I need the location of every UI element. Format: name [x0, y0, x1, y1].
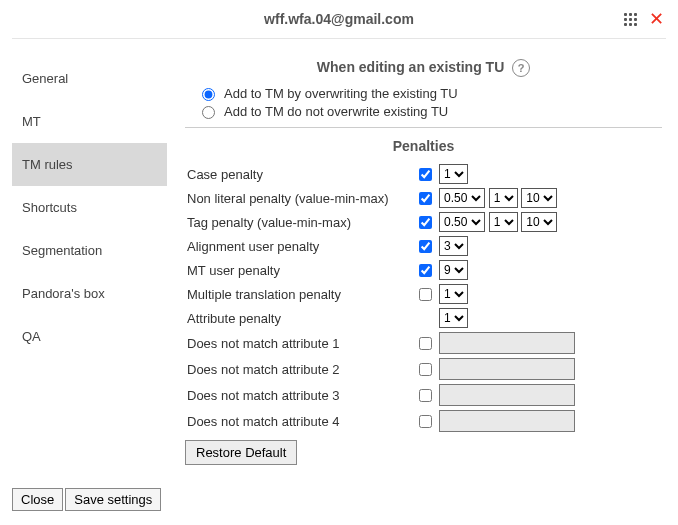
- nm3-label: Does not match attribute 3: [185, 382, 413, 408]
- row-mtuser: MT user penalty 9: [185, 258, 662, 282]
- row-case: Case penalty 1: [185, 162, 662, 186]
- align-select[interactable]: 3: [439, 236, 468, 256]
- tag-max-select[interactable]: 10: [521, 212, 557, 232]
- divider: [185, 127, 662, 128]
- row-tag: Tag penalty (value-min-max) 0.50 1 10: [185, 210, 662, 234]
- nonlit-check[interactable]: [419, 192, 432, 205]
- editing-heading-text: When editing an existing TU: [317, 59, 504, 75]
- align-label: Alignment user penalty: [185, 234, 413, 258]
- title-bar: wff.wfa.04@gmail.com ✕: [0, 0, 678, 38]
- row-nm2: Does not match attribute 2: [185, 356, 662, 382]
- row-nonliteral: Non literal penalty (value-min-max) 0.50…: [185, 186, 662, 210]
- sidebar: General MT TM rules Shortcuts Segmentati…: [12, 57, 167, 465]
- save-settings-button[interactable]: Save settings: [65, 488, 161, 511]
- sidebar-item-shortcuts[interactable]: Shortcuts: [12, 186, 167, 229]
- row-attr: Attribute penalty 1: [185, 306, 662, 330]
- tag-check[interactable]: [419, 216, 432, 229]
- nm1-input[interactable]: [439, 332, 575, 354]
- mtuser-check[interactable]: [419, 264, 432, 277]
- nm2-input[interactable]: [439, 358, 575, 380]
- nonlit-value-select[interactable]: 0.50: [439, 188, 485, 208]
- row-nm4: Does not match attribute 4: [185, 408, 662, 434]
- nm2-check[interactable]: [419, 363, 432, 376]
- nm4-label: Does not match attribute 4: [185, 408, 413, 434]
- sidebar-item-tm-rules[interactable]: TM rules: [12, 143, 167, 186]
- attr-select[interactable]: 1: [439, 308, 468, 328]
- radio-no-overwrite-input[interactable]: [202, 106, 215, 119]
- nm3-check[interactable]: [419, 389, 432, 402]
- attr-label: Attribute penalty: [185, 306, 413, 330]
- radio-no-overwrite-label: Add to TM do not overwrite existing TU: [224, 104, 448, 119]
- nm3-input[interactable]: [439, 384, 575, 406]
- nonlit-max-select[interactable]: 10: [521, 188, 557, 208]
- penalties-heading: Penalties: [185, 138, 662, 154]
- mtuser-select[interactable]: 9: [439, 260, 468, 280]
- sidebar-item-segmentation[interactable]: Segmentation: [12, 229, 167, 272]
- close-icon[interactable]: ✕: [649, 10, 664, 28]
- case-label: Case penalty: [185, 162, 413, 186]
- tag-value-select[interactable]: 0.50: [439, 212, 485, 232]
- sidebar-item-general[interactable]: General: [12, 57, 167, 100]
- multi-check[interactable]: [419, 288, 432, 301]
- window-title: wff.wfa.04@gmail.com: [264, 11, 414, 27]
- nm1-label: Does not match attribute 1: [185, 330, 413, 356]
- sidebar-item-mt[interactable]: MT: [12, 100, 167, 143]
- row-nm1: Does not match attribute 1: [185, 330, 662, 356]
- align-check[interactable]: [419, 240, 432, 253]
- radio-overwrite-label: Add to TM by overwriting the existing TU: [224, 86, 458, 101]
- radio-overwrite[interactable]: Add to TM by overwriting the existing TU: [197, 85, 662, 101]
- help-icon[interactable]: ?: [512, 59, 530, 77]
- radio-overwrite-input[interactable]: [202, 88, 215, 101]
- main-panel: When editing an existing TU ? Add to TM …: [167, 49, 666, 465]
- row-align: Alignment user penalty 3: [185, 234, 662, 258]
- nonlit-min-select[interactable]: 1: [489, 188, 518, 208]
- tag-label: Tag penalty (value-min-max): [185, 210, 413, 234]
- radio-no-overwrite[interactable]: Add to TM do not overwrite existing TU: [197, 103, 662, 119]
- multi-select[interactable]: 1: [439, 284, 468, 304]
- restore-default-button[interactable]: Restore Default: [185, 440, 297, 465]
- mtuser-label: MT user penalty: [185, 258, 413, 282]
- sidebar-item-qa[interactable]: QA: [12, 315, 167, 358]
- penalties-table: Case penalty 1 Non literal penalty (valu…: [185, 162, 662, 434]
- editing-heading: When editing an existing TU ?: [185, 59, 662, 77]
- sidebar-item-pandoras-box[interactable]: Pandora's box: [12, 272, 167, 315]
- footer: Close Save settings: [12, 488, 161, 511]
- row-nm3: Does not match attribute 3: [185, 382, 662, 408]
- nm1-check[interactable]: [419, 337, 432, 350]
- row-multi: Multiple translation penalty 1: [185, 282, 662, 306]
- close-button[interactable]: Close: [12, 488, 63, 511]
- multi-label: Multiple translation penalty: [185, 282, 413, 306]
- nonlit-label: Non literal penalty (value-min-max): [185, 186, 413, 210]
- case-check[interactable]: [419, 168, 432, 181]
- nm4-input[interactable]: [439, 410, 575, 432]
- nm2-label: Does not match attribute 2: [185, 356, 413, 382]
- nm4-check[interactable]: [419, 415, 432, 428]
- drag-grip-icon[interactable]: [624, 13, 637, 26]
- tag-min-select[interactable]: 1: [489, 212, 518, 232]
- case-select[interactable]: 1: [439, 164, 468, 184]
